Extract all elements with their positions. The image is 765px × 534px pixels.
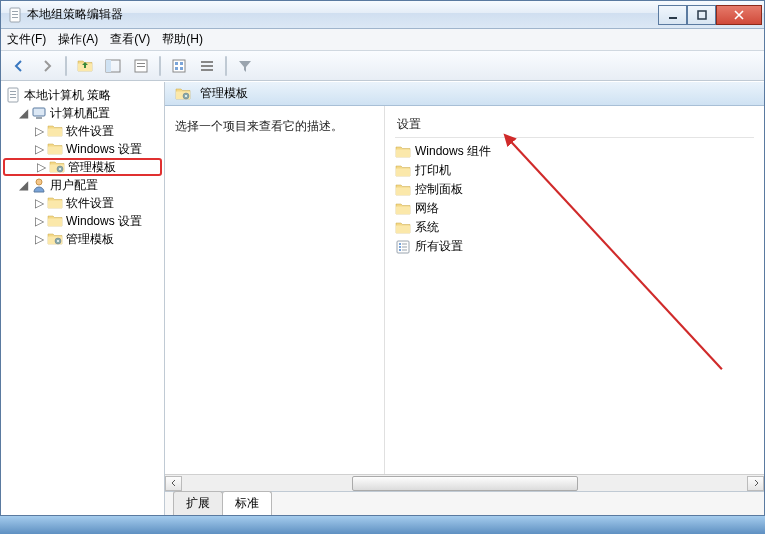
app-window: 本地组策略编辑器 文件(F) 操作(A) 查看(V) 帮助(H) (0, 0, 765, 516)
folder-icon (47, 141, 63, 157)
filter-button[interactable] (233, 54, 257, 78)
app-icon (7, 7, 23, 23)
menu-action[interactable]: 操作(A) (58, 31, 98, 48)
list-item[interactable]: 网络 (395, 199, 754, 218)
tree-software-settings[interactable]: ▷ 软件设置 (3, 122, 162, 140)
menu-view[interactable]: 查看(V) (110, 31, 150, 48)
export-list-button[interactable] (195, 54, 219, 78)
collapse-icon[interactable]: ◢ (17, 107, 29, 119)
menu-file[interactable]: 文件(F) (7, 31, 46, 48)
list-item-label: 打印机 (415, 162, 451, 179)
expand-icon[interactable]: ▷ (33, 143, 45, 155)
svg-rect-25 (180, 62, 183, 65)
tree-label: Windows 设置 (66, 213, 142, 230)
folder-gear-icon (47, 231, 63, 247)
settings-list[interactable]: 设置 Windows 组件 打印机 控制面板 (385, 106, 764, 474)
svg-rect-29 (201, 65, 213, 67)
back-button[interactable] (7, 54, 31, 78)
svg-rect-26 (175, 67, 178, 70)
list-item-label: Windows 组件 (415, 143, 491, 160)
description-panel: 选择一个项目来查看它的描述。 (165, 106, 385, 474)
list-item[interactable]: 系统 (395, 218, 754, 237)
svg-rect-19 (106, 60, 111, 72)
svg-rect-27 (180, 67, 183, 70)
list-item[interactable]: Windows 组件 (395, 142, 754, 161)
tree-label: 计算机配置 (50, 105, 110, 122)
list-item[interactable]: 打印机 (395, 161, 754, 180)
up-button[interactable] (73, 54, 97, 78)
folder-icon (47, 123, 63, 139)
tree-root[interactable]: 本地计算机 策略 (3, 86, 162, 104)
maximize-button[interactable] (687, 5, 716, 25)
toolbar-separator (159, 56, 161, 76)
settings-list-icon (395, 239, 411, 255)
svg-rect-30 (201, 69, 213, 71)
menu-help[interactable]: 帮助(H) (162, 31, 203, 48)
folder-icon (395, 144, 411, 160)
tree-windows-settings[interactable]: ▷ Windows 设置 (3, 140, 162, 158)
scroll-track[interactable] (182, 476, 747, 491)
folder-icon (47, 195, 63, 211)
refresh-button[interactable] (167, 54, 191, 78)
folder-icon (395, 182, 411, 198)
list-item[interactable]: 所有设置 (395, 237, 754, 256)
horizontal-scrollbar[interactable] (165, 474, 764, 491)
desktop-background-strip (0, 516, 765, 534)
list-item-label: 系统 (415, 219, 439, 236)
view-tabs: 扩展 标准 (165, 491, 764, 515)
tree-user-admin-templates[interactable]: ▷ 管理模板 (3, 230, 162, 248)
column-header-setting[interactable]: 设置 (395, 112, 754, 138)
path-header: 管理模板 (165, 82, 764, 106)
user-icon (31, 177, 47, 193)
expand-icon[interactable]: ▷ (35, 161, 47, 173)
folder-icon (395, 163, 411, 179)
toolbar-separator (65, 56, 67, 76)
tree-user-windows-settings[interactable]: ▷ Windows 设置 (3, 212, 162, 230)
collapse-icon[interactable]: ◢ (17, 179, 29, 191)
svg-rect-22 (137, 66, 145, 67)
expand-icon[interactable]: ▷ (33, 233, 45, 245)
tree-admin-templates-selected[interactable]: ▷ 管理模板 (3, 158, 162, 176)
list-item-label: 网络 (415, 200, 439, 217)
expand-icon[interactable]: ▷ (33, 125, 45, 137)
tab-standard[interactable]: 标准 (222, 491, 272, 515)
tree-computer-config[interactable]: ◢ 计算机配置 (3, 104, 162, 122)
tab-extended[interactable]: 扩展 (173, 491, 223, 515)
properties-button[interactable] (129, 54, 153, 78)
tree-label: Windows 设置 (66, 141, 142, 158)
svg-rect-21 (137, 63, 145, 64)
tree-label: 管理模板 (66, 231, 114, 248)
list-item[interactable]: 控制面板 (395, 180, 754, 199)
svg-rect-17 (698, 11, 706, 19)
tree-user-config[interactable]: ◢ 用户配置 (3, 176, 162, 194)
nav-tree[interactable]: 本地计算机 策略 ◢ 计算机配置 ▷ 软件设置 ▷ Windows 设置 ▷ 管… (1, 82, 165, 515)
scroll-right-button[interactable] (747, 476, 764, 491)
folder-gear-icon (49, 159, 65, 175)
show-hide-tree-button[interactable] (101, 54, 125, 78)
folder-icon (395, 220, 411, 236)
forward-button[interactable] (35, 54, 59, 78)
svg-rect-23 (173, 60, 185, 72)
tree-user-software-settings[interactable]: ▷ 软件设置 (3, 194, 162, 212)
computer-icon (31, 105, 47, 121)
toolbar (1, 51, 764, 81)
titlebar[interactable]: 本地组策略编辑器 (1, 1, 764, 29)
svg-rect-24 (175, 62, 178, 65)
expand-icon[interactable]: ▷ (33, 215, 45, 227)
folder-icon (47, 213, 63, 229)
scroll-left-button[interactable] (165, 476, 182, 491)
tree-label: 软件设置 (66, 195, 114, 212)
tree-label: 用户配置 (50, 177, 98, 194)
menubar: 文件(F) 操作(A) 查看(V) 帮助(H) (1, 29, 764, 51)
tree-label: 管理模板 (68, 159, 116, 176)
toolbar-separator (225, 56, 227, 76)
close-button[interactable] (716, 5, 762, 25)
path-title: 管理模板 (200, 85, 248, 102)
scroll-thumb[interactable] (352, 476, 578, 491)
expand-icon[interactable]: ▷ (33, 197, 45, 209)
svg-rect-16 (669, 17, 677, 19)
minimize-button[interactable] (658, 5, 687, 25)
description-hint: 选择一个项目来查看它的描述。 (175, 118, 374, 135)
list-item-label: 所有设置 (415, 238, 463, 255)
svg-rect-28 (201, 61, 213, 63)
